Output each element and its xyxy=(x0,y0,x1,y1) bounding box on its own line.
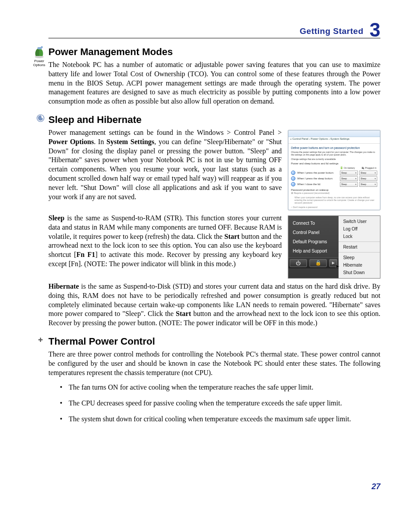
row-sleep-button: When I press the sleep button: xyxy=(297,177,339,180)
power-options-icon: Power Options xyxy=(30,46,48,67)
body-para: Hibernate is the same as Suspend-to-Disk… xyxy=(48,282,380,328)
page-number: 27 xyxy=(372,482,380,491)
section-title: Power Management Modes xyxy=(48,46,380,58)
dropdown: Sleep xyxy=(359,176,377,181)
menu-item: Default Programs xyxy=(288,237,339,246)
protect-head: Password protection on wakeup xyxy=(291,189,377,191)
fan-icon xyxy=(35,336,46,346)
dialog-desc: Choose the power settings that you want … xyxy=(291,151,377,156)
chapter-label: Getting Started xyxy=(300,26,364,36)
menu-item: Help and Support xyxy=(288,246,339,256)
menu-item: Connect To xyxy=(288,219,339,228)
col-battery: On battery xyxy=(340,166,355,169)
cursor-icon: ➤ xyxy=(335,263,339,269)
row-power-button: When I press the power button: xyxy=(297,171,339,174)
moon-icon xyxy=(35,114,46,124)
menu-item: Log Off xyxy=(339,225,380,233)
dropdown: Sleep xyxy=(340,176,358,181)
chapter-header: Getting Started 3 xyxy=(48,18,380,38)
section-subhead: Power and sleep buttons and lid settings xyxy=(291,162,377,165)
section-sleep-and-hibernate: Sleep and Hibernate « Control Panel › Po… xyxy=(48,114,380,328)
bullet-list: The fan turns ON for active cooling when… xyxy=(48,383,380,424)
menu-item: Hibernate xyxy=(339,261,380,269)
dialog-heading: Define power buttons and turn on passwor… xyxy=(291,146,377,149)
body-para: The Notebook PC has a number of automati… xyxy=(48,60,380,106)
svg-rect-2 xyxy=(41,46,43,48)
dropdown: Sleep xyxy=(359,182,377,187)
breadcrumb: « Control Panel › Power Options › System… xyxy=(288,137,380,144)
icon-caption-1: Power xyxy=(34,59,44,63)
list-item: The fan turns ON for active cooling when… xyxy=(60,383,380,392)
icon-caption-2: Options xyxy=(33,63,45,67)
menu-item: Sleep xyxy=(339,254,380,261)
opt-require-desc: When your computer wakes from sleep, no … xyxy=(291,196,377,204)
chapter-number: 3 xyxy=(370,20,380,40)
menu-item: Lock xyxy=(339,233,380,240)
menu-item: Switch User xyxy=(339,218,380,225)
menu-item: Control Panel xyxy=(288,228,339,237)
svg-point-4 xyxy=(40,339,41,341)
col-plugged: Plugged in xyxy=(361,166,376,169)
power-options-screenshot: « Control Panel › Power Options › System… xyxy=(288,130,380,210)
dropdown: Sleep xyxy=(340,171,358,175)
section-thermal-power-control: Thermal Power Control There are three po… xyxy=(48,336,380,424)
arrow-icon: ▶➤ xyxy=(329,259,337,267)
row-close-lid: When I close the lid: xyxy=(297,183,339,186)
opt-no-pw: Don't require a password xyxy=(293,206,317,208)
dropdown: Sleep xyxy=(340,182,358,187)
dropdown: Sleep xyxy=(359,171,377,175)
start-menu-screenshot: Connect To Control Panel Default Program… xyxy=(288,215,380,279)
section-title: Sleep and Hibernate xyxy=(48,114,380,126)
body-para: There are three power control methods fo… xyxy=(48,350,380,377)
list-item: The system shut down for critical coolin… xyxy=(60,414,380,424)
lock-icon: 🔒 xyxy=(309,259,327,267)
list-item: The CPU decreases speed for passive cool… xyxy=(60,398,380,408)
change-settings-link: Change settings that are currently unava… xyxy=(291,158,377,160)
section-power-management-modes: Power Options Power Management Modes The… xyxy=(48,46,380,106)
power-icon: ⏻ xyxy=(290,259,307,267)
menu-item: Restart xyxy=(339,243,380,251)
menu-item: Shut Down xyxy=(339,269,380,276)
section-title: Thermal Power Control xyxy=(48,336,380,347)
opt-require-pw: Require a password (recommended) xyxy=(294,192,329,194)
